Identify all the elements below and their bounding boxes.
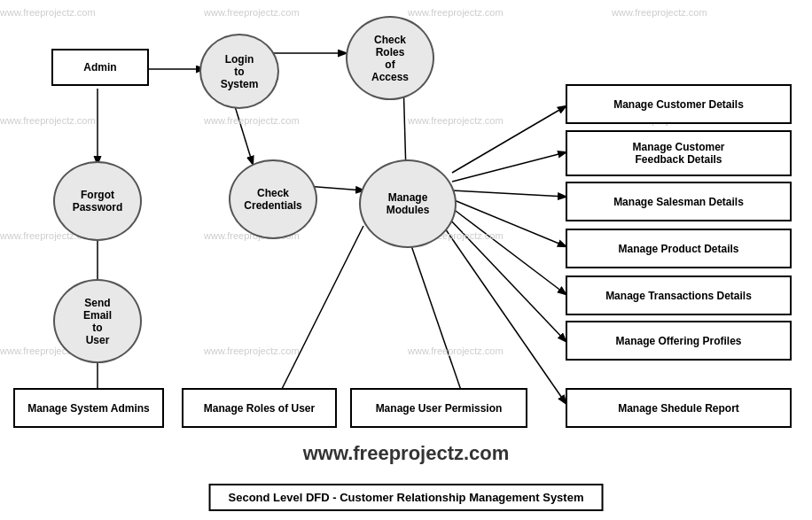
watermark-top4: www.freeprojectz.com bbox=[612, 7, 707, 18]
caption-box: Second Level DFD - Customer Relationship… bbox=[209, 484, 604, 511]
watermark-mid3: www.freeprojectz.com bbox=[408, 115, 504, 126]
svg-line-9 bbox=[406, 230, 465, 403]
manage-salesman-details-box: Manage Salesman Details bbox=[566, 182, 792, 221]
manage-system-admins-box: Manage System Admins bbox=[13, 388, 164, 428]
svg-line-12 bbox=[452, 190, 566, 197]
watermark-top2: www.freeprojectz.com bbox=[204, 7, 300, 18]
send-email-to-user-node: Send Email to User bbox=[53, 279, 142, 363]
manage-product-details-box: Manage Product Details bbox=[566, 229, 792, 268]
svg-line-14 bbox=[452, 208, 566, 294]
svg-line-10 bbox=[452, 106, 566, 173]
watermark-mid2: www.freeprojectz.com bbox=[204, 115, 300, 126]
svg-line-8 bbox=[275, 226, 363, 403]
manage-modules-node: Manage Modules bbox=[359, 159, 457, 248]
admin-node: Admin bbox=[51, 49, 149, 86]
watermark-mid1: www.freeprojectz.com bbox=[0, 115, 96, 126]
check-credentials-node: Check Credentials bbox=[229, 159, 317, 239]
manage-transactions-details-box: Manage Transactions Details bbox=[566, 276, 792, 315]
diagram-container: www.freeprojectz.com www.freeprojectz.co… bbox=[0, 0, 812, 520]
watermark-bot3: www.freeprojectz.com bbox=[408, 345, 504, 356]
svg-line-2 bbox=[235, 106, 253, 164]
watermark-bot2: www.freeprojectz.com bbox=[204, 345, 300, 356]
manage-customer-feedback-box: Manage Customer Feedback Details bbox=[566, 130, 792, 176]
forgot-password-node: Forgot Password bbox=[53, 161, 142, 241]
manage-user-permission-box: Manage User Permission bbox=[350, 388, 527, 428]
manage-shedule-report-box: Manage Shedule Report bbox=[566, 388, 792, 428]
check-roles-of-access-node: Check Roles of Access bbox=[346, 16, 434, 100]
site-url: www.freeprojectz.com bbox=[0, 442, 812, 465]
watermark-top3: www.freeprojectz.com bbox=[408, 7, 504, 18]
login-to-system-node: Login to System bbox=[199, 34, 279, 109]
manage-customer-details-box: Manage Customer Details bbox=[566, 84, 792, 124]
svg-line-15 bbox=[448, 217, 566, 341]
manage-offering-profiles-box: Manage Offering Profiles bbox=[566, 321, 792, 361]
svg-line-16 bbox=[443, 226, 566, 403]
manage-roles-of-user-box: Manage Roles of User bbox=[182, 388, 337, 428]
svg-line-13 bbox=[452, 199, 566, 246]
svg-line-11 bbox=[452, 152, 566, 182]
watermark-top1: www.freeprojectz.com bbox=[0, 7, 96, 18]
